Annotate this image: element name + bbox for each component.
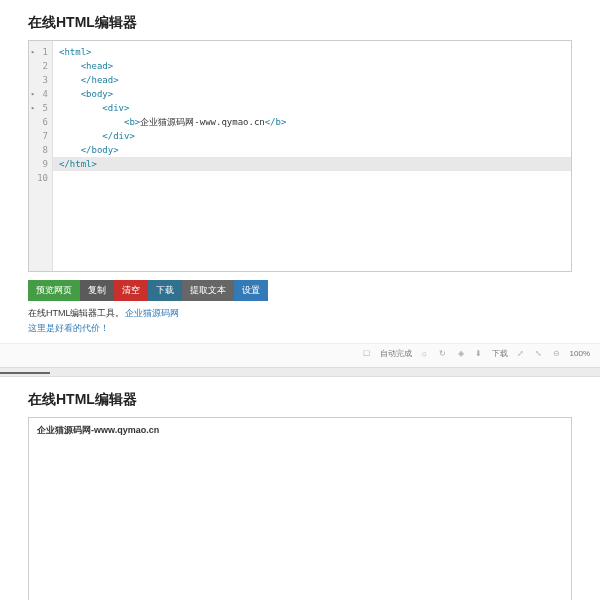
line-gutter: 1 2 3 4 5 6 7 8 9 10 bbox=[29, 41, 53, 271]
eye-icon[interactable]: ◈ bbox=[456, 349, 466, 358]
copy-button[interactable]: 复制 bbox=[80, 280, 114, 301]
status-bar: ☐ 自动完成 ☼ ↻ ◈ ⬇ 下载 ⤢ ⤡ ⊖ 100% bbox=[0, 343, 600, 363]
page-title: 在线HTML编辑器 bbox=[28, 14, 572, 32]
preview-content: 企业猫源码网-www.qymao.cn bbox=[37, 425, 159, 435]
editor-panel-code: 在线HTML编辑器 1 2 3 4 5 6 7 8 9 10 <html> <h… bbox=[0, 0, 600, 343]
settings-button[interactable]: 设置 bbox=[234, 280, 268, 301]
editor-panel-preview: 在线HTML编辑器 企业猫源码网-www.qymao.cn 编辑代码 复制 清空… bbox=[0, 377, 600, 600]
collapse-icon[interactable]: ⤡ bbox=[534, 349, 544, 358]
refresh-icon[interactable]: ↻ bbox=[438, 349, 448, 358]
zoom-label: 100% bbox=[570, 349, 590, 358]
code-editor[interactable]: 1 2 3 4 5 6 7 8 9 10 <html> <head> </hea… bbox=[28, 40, 572, 272]
sun-icon[interactable]: ☼ bbox=[420, 349, 430, 358]
code-area[interactable]: <html> <head> </head> <body> <div> <b>企业… bbox=[53, 41, 571, 271]
checkbox-icon[interactable]: ☐ bbox=[362, 349, 372, 358]
page-title: 在线HTML编辑器 bbox=[28, 391, 572, 409]
download-icon[interactable]: ⬇ bbox=[474, 349, 484, 358]
auto-complete-label: 自动完成 bbox=[380, 348, 412, 359]
panel-divider bbox=[0, 367, 600, 377]
footer-download-label[interactable]: 下载 bbox=[492, 348, 508, 359]
clear-button[interactable]: 清空 bbox=[114, 280, 148, 301]
credit-link[interactable]: 企业猫源码网 bbox=[125, 308, 179, 318]
note-line: 这里是好看的代价！ bbox=[28, 322, 572, 335]
download-button[interactable]: 下载 bbox=[148, 280, 182, 301]
credit-line: 在线HTML编辑器工具。企业猫源码网 bbox=[28, 307, 572, 320]
extract-button[interactable]: 提取文本 bbox=[182, 280, 234, 301]
zoom-out-icon[interactable]: ⊖ bbox=[552, 349, 562, 358]
preview-area: 企业猫源码网-www.qymao.cn bbox=[28, 417, 572, 600]
toolbar: 预览网页 复制 清空 下载 提取文本 设置 bbox=[28, 280, 572, 301]
preview-button[interactable]: 预览网页 bbox=[28, 280, 80, 301]
expand-icon[interactable]: ⤢ bbox=[516, 349, 526, 358]
